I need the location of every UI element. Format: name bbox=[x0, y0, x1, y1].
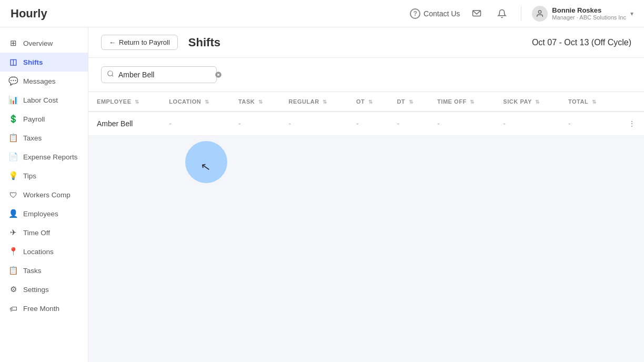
overview-label: Overview bbox=[23, 39, 53, 47]
sidebar: ⊞ Overview ◫ Shifts 💬 Messages 📊 Labor C… bbox=[0, 27, 88, 362]
sidebar-item-settings[interactable]: ⚙ Settings bbox=[0, 280, 88, 299]
sidebar-item-taxes[interactable]: 📋 Taxes bbox=[0, 128, 88, 147]
sort-icon-total: ⇅ bbox=[592, 99, 597, 105]
tips-label: Tips bbox=[23, 172, 36, 180]
shifts-label: Shifts bbox=[23, 58, 43, 66]
sidebar-item-time-off[interactable]: ✈ Time Off bbox=[0, 223, 88, 242]
app-body: ⊞ Overview ◫ Shifts 💬 Messages 📊 Labor C… bbox=[0, 27, 644, 362]
user-name: Bonnie Roskes bbox=[552, 6, 626, 14]
sort-icon-employee: ⇅ bbox=[135, 99, 139, 105]
sidebar-item-employees[interactable]: 👤 Employees bbox=[0, 204, 88, 223]
search-icon bbox=[107, 70, 114, 79]
col-total[interactable]: TOTAL ⇅ bbox=[560, 92, 615, 112]
sort-icon-ot: ⇅ bbox=[368, 99, 373, 105]
col-time_off[interactable]: TIME OFF ⇅ bbox=[429, 92, 495, 112]
messages-icon: 💬 bbox=[8, 76, 18, 86]
employees-label: Employees bbox=[23, 210, 58, 218]
settings-label: Settings bbox=[23, 286, 49, 294]
user-role: Manager · ABC Solutions Inc bbox=[552, 14, 626, 21]
table-row: Amber Bell--------⋮ bbox=[88, 112, 644, 136]
return-to-payroll-button[interactable]: ← Return to Payroll bbox=[101, 35, 178, 50]
table-body: Amber Bell--------⋮ bbox=[88, 112, 644, 136]
time-off-label: Time Off bbox=[23, 229, 50, 237]
sort-icon-task: ⇅ bbox=[258, 99, 263, 105]
contact-us-button[interactable]: ? Contact Us bbox=[410, 8, 460, 19]
search-input[interactable] bbox=[118, 71, 210, 79]
time-off-icon: ✈ bbox=[8, 228, 18, 237]
sidebar-item-shifts[interactable]: ◫ Shifts bbox=[0, 53, 88, 72]
employees-icon: 👤 bbox=[8, 209, 18, 218]
search-bar-row bbox=[88, 58, 644, 92]
cell-sick_pay: - bbox=[495, 112, 560, 136]
user-menu-chevron: ▾ bbox=[630, 10, 633, 17]
notifications-icon-button[interactable] bbox=[494, 5, 510, 22]
sort-icon-regular: ⇅ bbox=[323, 99, 327, 105]
col-sick_pay[interactable]: SICK PAY ⇅ bbox=[495, 92, 560, 112]
topnav-right: ? Contact Us Bonnie Roskes Manager · ABC… bbox=[410, 5, 633, 22]
payroll-label: Payroll bbox=[23, 115, 45, 123]
sidebar-item-payroll[interactable]: 💲 Payroll bbox=[0, 109, 88, 128]
cell-location: - bbox=[160, 112, 230, 136]
clear-search-button[interactable] bbox=[215, 71, 222, 78]
cell-ot: - bbox=[348, 112, 388, 136]
page-header-left: ← Return to Payroll Shifts bbox=[101, 35, 220, 50]
contact-us-label: Contact Us bbox=[424, 9, 460, 18]
expense-reports-icon: 📄 bbox=[8, 152, 18, 162]
main-content: ← Return to Payroll Shifts Oct 07 - Oct … bbox=[88, 27, 644, 362]
help-icon: ? bbox=[410, 8, 420, 19]
col-dt[interactable]: DT ⇅ bbox=[388, 92, 429, 112]
labor-cost-icon: 📊 bbox=[8, 95, 18, 105]
sidebar-item-expense-reports[interactable]: 📄 Expense Reports bbox=[0, 147, 88, 166]
app-logo: Hourly bbox=[11, 7, 47, 21]
col-employee[interactable]: EMPLOYEE ⇅ bbox=[88, 92, 160, 112]
row-menu-button[interactable]: ⋮ bbox=[623, 119, 636, 128]
cell-regular: - bbox=[280, 112, 348, 136]
col-location[interactable]: LOCATION ⇅ bbox=[160, 92, 230, 112]
free-month-label: Free Month bbox=[23, 305, 59, 313]
cell-task: - bbox=[230, 112, 280, 136]
cell-time_off: - bbox=[429, 112, 495, 136]
workers-comp-label: Workers Comp bbox=[23, 191, 71, 199]
sort-icon-dt: ⇅ bbox=[409, 99, 414, 105]
table-header-row: EMPLOYEE ⇅LOCATION ⇅TASK ⇅REGULAR ⇅OT ⇅D… bbox=[88, 92, 644, 112]
table-header: EMPLOYEE ⇅LOCATION ⇅TASK ⇅REGULAR ⇅OT ⇅D… bbox=[88, 92, 644, 112]
user-menu[interactable]: Bonnie Roskes Manager · ABC Solutions In… bbox=[532, 6, 633, 22]
sidebar-item-locations[interactable]: 📍 Locations bbox=[0, 242, 88, 261]
sidebar-item-messages[interactable]: 💬 Messages bbox=[0, 72, 88, 91]
svg-point-2 bbox=[108, 71, 113, 76]
page-title: Shifts bbox=[188, 36, 220, 49]
sidebar-item-labor-cost[interactable]: 📊 Labor Cost bbox=[0, 91, 88, 109]
messages-icon-button[interactable] bbox=[468, 5, 485, 22]
col-task[interactable]: TASK ⇅ bbox=[230, 92, 280, 112]
row-menu-cell: ⋮ bbox=[615, 112, 644, 136]
locations-icon: 📍 bbox=[8, 247, 18, 256]
user-avatar bbox=[532, 6, 548, 22]
return-label: Return to Payroll bbox=[119, 38, 170, 46]
nav-divider bbox=[521, 6, 521, 21]
messages-label: Messages bbox=[23, 77, 56, 85]
search-input-wrap[interactable] bbox=[101, 66, 217, 83]
col-ot[interactable]: OT ⇅ bbox=[348, 92, 388, 112]
svg-line-3 bbox=[112, 75, 114, 77]
data-table-wrap: EMPLOYEE ⇅LOCATION ⇅TASK ⇅REGULAR ⇅OT ⇅D… bbox=[88, 92, 644, 362]
back-arrow-icon: ← bbox=[109, 38, 116, 46]
sidebar-item-workers-comp[interactable]: 🛡 Workers Comp bbox=[0, 185, 88, 204]
cell-employee: Amber Bell bbox=[88, 112, 160, 136]
expense-reports-label: Expense Reports bbox=[23, 153, 78, 161]
sidebar-item-tasks[interactable]: 📋 Tasks bbox=[0, 261, 88, 280]
sort-icon-time_off: ⇅ bbox=[470, 99, 475, 105]
cell-dt: - bbox=[388, 112, 429, 136]
tasks-label: Tasks bbox=[23, 267, 42, 275]
user-info: Bonnie Roskes Manager · ABC Solutions In… bbox=[552, 6, 626, 21]
date-range: Oct 07 - Oct 13 (Off Cycle) bbox=[532, 38, 631, 47]
overview-icon: ⊞ bbox=[8, 38, 18, 48]
sidebar-item-tips[interactable]: 💡 Tips bbox=[0, 166, 88, 185]
sort-icon-location: ⇅ bbox=[205, 99, 209, 105]
col-regular[interactable]: REGULAR ⇅ bbox=[280, 92, 348, 112]
sidebar-item-free-month[interactable]: 🏷 Free Month bbox=[0, 299, 88, 318]
topnav: Hourly ? Contact Us Bonnie Roskes Manage… bbox=[0, 0, 644, 27]
sidebar-item-overview[interactable]: ⊞ Overview bbox=[0, 34, 88, 53]
tips-icon: 💡 bbox=[8, 171, 18, 180]
payroll-icon: 💲 bbox=[8, 114, 18, 124]
svg-point-1 bbox=[539, 11, 541, 13]
